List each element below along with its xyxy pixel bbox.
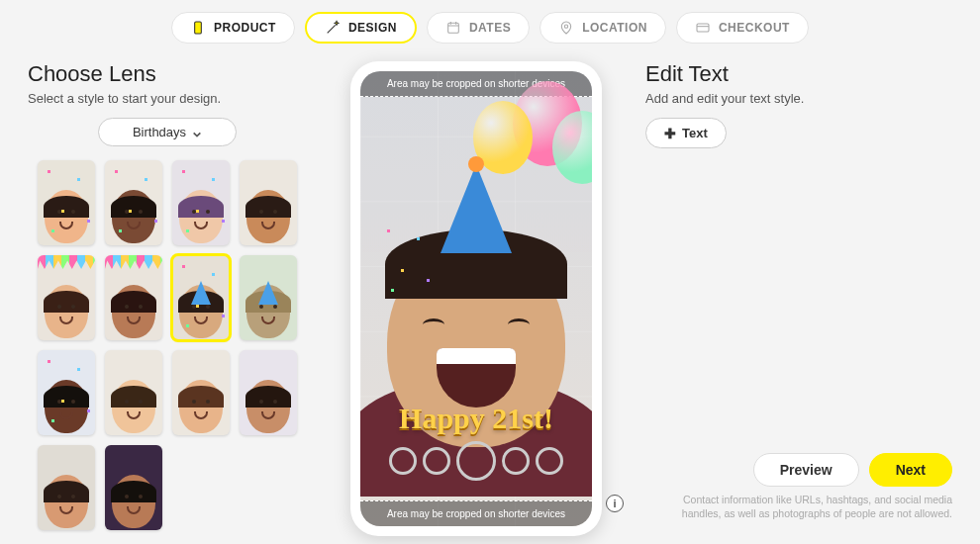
carousel-ring[interactable] [536, 447, 563, 475]
preview-caption[interactable]: Happy 21st! [360, 402, 592, 435]
crop-warning-bottom: Area may be cropped on shorter devices [360, 500, 592, 526]
step-location[interactable]: LOCATION [539, 12, 666, 44]
choose-lens-subtitle: Select a style to start your design. [28, 91, 307, 106]
fineprint: Contact information like URLs, hashtags,… [645, 493, 952, 520]
step-label: DATES [469, 21, 511, 35]
step-label: LOCATION [582, 21, 647, 35]
phone-frame: Area may be cropped on shorter devices H… [350, 61, 602, 536]
carousel-ring[interactable] [389, 447, 417, 475]
lens-thumbnail[interactable] [172, 255, 230, 340]
wand-icon [325, 20, 341, 36]
add-text-label: Text [682, 126, 708, 140]
chevron-down-icon [192, 128, 202, 137]
lens-grid [28, 160, 307, 530]
add-text-button[interactable]: ✚ Text [645, 118, 727, 148]
lens-thumbnail[interactable] [172, 350, 230, 435]
step-design[interactable]: DESIGN [305, 12, 417, 44]
svg-rect-3 [697, 24, 709, 32]
svg-rect-0 [195, 22, 202, 34]
step-product[interactable]: PRODUCT [171, 12, 295, 44]
lens-thumbnail[interactable] [38, 445, 95, 530]
lens-carousel[interactable] [360, 441, 592, 481]
lens-thumbnail[interactable] [172, 160, 230, 245]
edit-text-panel: Edit Text Add and edit your text style. … [645, 61, 952, 526]
category-dropdown[interactable]: Birthdays [98, 118, 237, 146]
step-dates[interactable]: DATES [427, 12, 530, 44]
step-label: PRODUCT [214, 21, 276, 35]
lens-thumbnail[interactable] [240, 255, 297, 340]
edit-text-title: Edit Text [645, 61, 952, 87]
preview-button[interactable]: Preview [753, 453, 859, 487]
next-button[interactable]: Next [869, 453, 952, 487]
lens-thumbnail[interactable] [38, 160, 95, 245]
phone-screen[interactable]: Area may be cropped on shorter devices H… [360, 71, 592, 526]
wizard-stepper: PRODUCT DESIGN DATES LOCATION CHECKOUT [0, 0, 980, 51]
choose-lens-panel: Choose Lens Select a style to start your… [28, 61, 307, 526]
preview-panel: Area may be cropped on shorter devices H… [333, 61, 620, 526]
lens-thumbnail[interactable] [105, 445, 162, 530]
lens-thumbnail[interactable] [38, 350, 95, 435]
lens-thumbnail[interactable] [240, 160, 297, 245]
carousel-ring[interactable] [502, 447, 530, 475]
lens-thumbnail[interactable] [105, 255, 162, 340]
svg-point-2 [565, 25, 568, 28]
calendar-icon [445, 20, 461, 36]
plus-icon: ✚ [664, 127, 676, 140]
choose-lens-title: Choose Lens [28, 61, 307, 87]
carousel-ring-active[interactable] [456, 441, 496, 481]
phone-icon [190, 20, 206, 36]
step-label: DESIGN [348, 21, 397, 35]
info-icon[interactable]: i [606, 495, 624, 512]
edit-text-subtitle: Add and edit your text style. [645, 91, 952, 106]
lens-thumbnail[interactable] [240, 350, 297, 435]
lens-thumbnail[interactable] [38, 255, 95, 340]
pin-icon [558, 20, 574, 36]
step-label: CHECKOUT [719, 21, 790, 35]
step-checkout[interactable]: CHECKOUT [676, 12, 809, 44]
category-value: Birthdays [133, 125, 186, 139]
carousel-ring[interactable] [423, 447, 450, 475]
lens-thumbnail[interactable] [105, 160, 162, 245]
card-icon [695, 20, 711, 36]
svg-rect-1 [448, 23, 459, 33]
lens-thumbnail[interactable] [105, 350, 162, 435]
